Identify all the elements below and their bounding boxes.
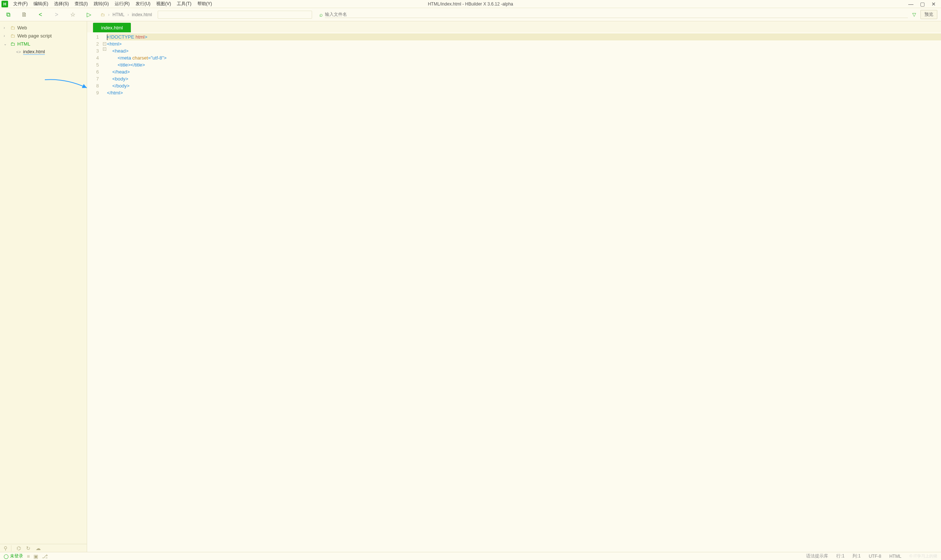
menu-file[interactable]: 文件(F) bbox=[10, 1, 31, 7]
code-editor[interactable]: 123456789 −− <!DOCTYPE html><html> <head… bbox=[87, 32, 941, 552]
pin-icon[interactable]: ⚲ bbox=[4, 545, 11, 551]
tree-item-html[interactable]: ⌄ 🗀 HTML bbox=[0, 40, 87, 48]
folder-icon: 🗀 bbox=[10, 25, 15, 31]
file-search-input[interactable] bbox=[325, 11, 908, 18]
line-number-gutter: 123456789 bbox=[87, 32, 102, 552]
save-icon[interactable]: 🗎 bbox=[16, 11, 32, 18]
chevron-right-icon: › bbox=[128, 12, 129, 17]
window-title: HTML/index.html - HBuilder X 3.6.12 -alp… bbox=[428, 2, 513, 7]
address-input[interactable] bbox=[158, 11, 312, 19]
watermark-text: © IT学习上的猪 bbox=[909, 553, 937, 559]
bug-icon[interactable]: ⌬ bbox=[17, 545, 21, 551]
tree-item-label: HTML bbox=[17, 41, 30, 47]
project-sidebar: › 🗀 Web › 🗀 Web page script ⌄ 🗀 HTML <> … bbox=[0, 21, 87, 552]
preview-button[interactable]: 预览 bbox=[920, 10, 937, 19]
main-area: › 🗀 Web › 🗀 Web page script ⌄ 🗀 HTML <> … bbox=[0, 21, 941, 552]
syntax-hint[interactable]: 语法提示库 bbox=[806, 553, 828, 559]
favorite-icon[interactable]: ☆ bbox=[65, 11, 81, 18]
tree-item-webpagescript[interactable]: › 🗀 Web page script bbox=[0, 32, 87, 40]
login-label: 未登录 bbox=[10, 553, 23, 559]
code-content[interactable]: <!DOCTYPE html><html> <head> <meta chars… bbox=[107, 32, 941, 552]
cursor-col: 列:1 bbox=[852, 553, 861, 559]
encoding[interactable]: UTF-8 bbox=[869, 554, 881, 559]
tree-file-indexhtml[interactable]: <> index.html bbox=[0, 48, 87, 56]
breadcrumb-folder[interactable]: HTML bbox=[112, 12, 125, 17]
close-icon[interactable]: ✕ bbox=[932, 1, 936, 7]
menu-run[interactable]: 运行(R) bbox=[112, 1, 133, 7]
nav-forward-icon[interactable]: > bbox=[49, 11, 65, 18]
chevron-right-icon: › bbox=[4, 34, 8, 38]
tree-item-label: Web bbox=[17, 25, 27, 31]
menu-help[interactable]: 帮助(Y) bbox=[194, 1, 215, 7]
menu-edit[interactable]: 编辑(E) bbox=[31, 1, 51, 7]
folder-icon: 🗀 bbox=[10, 41, 15, 47]
tab-indexhtml[interactable]: index.html bbox=[93, 23, 131, 32]
filter-icon[interactable]: ▽ bbox=[912, 12, 916, 17]
breadcrumb-file[interactable]: index.html bbox=[132, 12, 152, 17]
menu-select[interactable]: 选择(S) bbox=[51, 1, 72, 7]
search-icon[interactable]: ⌕ bbox=[319, 11, 323, 18]
list-icon[interactable]: ≡ bbox=[27, 553, 30, 559]
menu-publish[interactable]: 发行(U) bbox=[133, 1, 154, 7]
menu-goto[interactable]: 跳转(G) bbox=[91, 1, 112, 7]
chevron-right-icon: › bbox=[108, 12, 109, 17]
fold-gutter[interactable]: −− bbox=[102, 32, 107, 552]
menu-bar: H 文件(F) 编辑(E) 选择(S) 查找(I) 跳转(G) 运行(R) 发行… bbox=[0, 0, 941, 8]
new-file-icon[interactable]: ⧉ bbox=[0, 11, 16, 18]
cursor-row: 行:1 bbox=[836, 553, 844, 559]
menu-find[interactable]: 查找(I) bbox=[72, 1, 91, 7]
menu-tool[interactable]: 工具(T) bbox=[174, 1, 194, 7]
minimize-icon[interactable]: — bbox=[908, 1, 913, 7]
folder-icon: 🗀 bbox=[10, 33, 15, 38]
terminal-icon[interactable]: ▣ bbox=[34, 553, 38, 559]
tree-item-web[interactable]: › 🗀 Web bbox=[0, 23, 87, 32]
folder-icon: 🗀 bbox=[101, 12, 105, 17]
git-icon[interactable]: ⎇ bbox=[42, 553, 48, 559]
cloud-icon[interactable]: ☁ bbox=[35, 545, 41, 551]
app-logo-icon: H bbox=[2, 1, 8, 7]
tree-item-label: Web page script bbox=[17, 33, 52, 38]
toolbar: ⧉ 🗎 < > ☆ ▷ 🗀 › HTML › index.html ⌕ ▽ 预览 bbox=[0, 8, 941, 21]
editor-tabs: index.html bbox=[87, 21, 941, 32]
breadcrumb: 🗀 › HTML › index.html bbox=[97, 12, 156, 17]
chevron-down-icon: ⌄ bbox=[4, 42, 8, 46]
project-tree: › 🗀 Web › 🗀 Web page script ⌄ 🗀 HTML <> … bbox=[0, 21, 87, 544]
nav-back-icon[interactable]: < bbox=[32, 11, 49, 18]
sidebar-bottom-bar: ⚲ ⌬ ↻ ☁ bbox=[0, 544, 87, 552]
tree-file-label: index.html bbox=[23, 49, 45, 55]
login-status[interactable]: ◯ 未登录 bbox=[4, 553, 23, 559]
menu-view[interactable]: 视图(V) bbox=[153, 1, 174, 7]
code-file-icon: <> bbox=[16, 49, 21, 54]
editor-area: index.html 123456789 −− <!DOCTYPE html><… bbox=[87, 21, 941, 552]
user-icon: ◯ bbox=[4, 554, 8, 559]
language-mode[interactable]: HTML bbox=[889, 554, 901, 559]
chevron-right-icon: › bbox=[4, 26, 8, 30]
sync-icon[interactable]: ↻ bbox=[26, 545, 31, 551]
run-icon[interactable]: ▷ bbox=[81, 11, 97, 18]
maximize-icon[interactable]: ▢ bbox=[920, 1, 925, 7]
status-bar: ◯ 未登录 ≡ ▣ ⎇ 语法提示库 行:1 列:1 UTF-8 HTML © I… bbox=[0, 552, 941, 560]
